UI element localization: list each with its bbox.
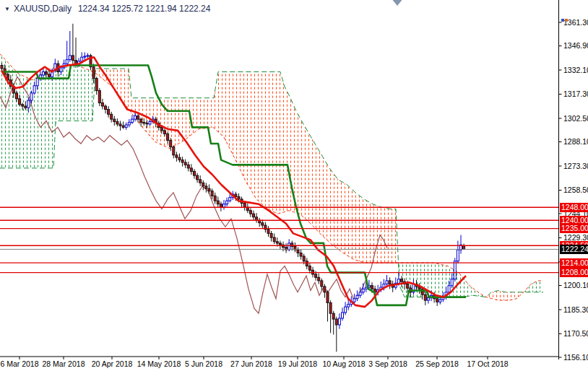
current-price-badge: 1222.24 xyxy=(560,245,588,254)
price-axis-label: 1170.50 xyxy=(563,329,588,338)
price-level-badge: 1248.00 xyxy=(560,203,588,212)
time-axis-label: 14 May 2018 xyxy=(137,359,181,368)
time-axis-label: 6 Mar 2018 xyxy=(0,359,38,368)
time-axis-label: 25 Sep 2018 xyxy=(415,359,459,368)
time-axis-label: 28 Mar 2018 xyxy=(43,359,85,368)
price-axis-label: 1332.10 xyxy=(563,66,588,74)
ichimoku-cloud xyxy=(0,54,543,301)
time-axis-label: 10 Aug 2018 xyxy=(323,359,366,368)
price-axis-label: 1258.50 xyxy=(563,186,588,194)
price-axis-label: 1317.30 xyxy=(563,90,588,98)
chart-symbol-label: XAUUSD,Daily xyxy=(14,4,72,14)
price-axis-label: 1346.90 xyxy=(563,41,588,50)
price-axis-label: 1288.10 xyxy=(563,137,588,146)
horizontal-price-lines[interactable] xyxy=(0,207,559,272)
axis-mini-marker-blue xyxy=(561,19,564,22)
price-level-badge: 1208.00 xyxy=(560,268,588,277)
price-level-badge: 1214.00 xyxy=(560,258,588,268)
price-axis-label: 1302.50 xyxy=(563,114,588,123)
symbol-dropdown-icon[interactable]: ▼ xyxy=(4,6,10,12)
chart-title: ▼XAUUSD,Daily1224.34 1225.72 1221.94 122… xyxy=(4,4,210,14)
time-axis-label: 20 Apr 2018 xyxy=(92,359,133,368)
price-axis-label: 1185.30 xyxy=(563,305,588,314)
price-axis-label: 1200.10 xyxy=(563,281,588,289)
time-axis-label: 17 Oct 2018 xyxy=(467,359,508,368)
time-axis-label: 19 Jul 2018 xyxy=(278,359,317,368)
price-axis-label: 1156.10 xyxy=(563,353,588,362)
axis-mini-marker-orange xyxy=(565,19,568,22)
chart-shift-marker-icon[interactable] xyxy=(393,0,402,6)
time-axis-label: 27 Jun 2018 xyxy=(230,359,272,368)
chart-window: ▼XAUUSD,Daily1224.34 1225.72 1221.94 122… xyxy=(0,0,588,371)
price-level-badge: 1235.00 xyxy=(560,224,588,233)
time-axis-label: 5 Jun 2018 xyxy=(185,359,222,368)
time-axis-label: 3 Sep 2018 xyxy=(368,359,407,368)
price-axis-label: 1273.30 xyxy=(563,162,588,170)
chart-ohlc-values: 1224.34 1225.72 1221.94 1222.24 xyxy=(78,4,211,14)
price-chart-canvas[interactable] xyxy=(0,0,588,371)
